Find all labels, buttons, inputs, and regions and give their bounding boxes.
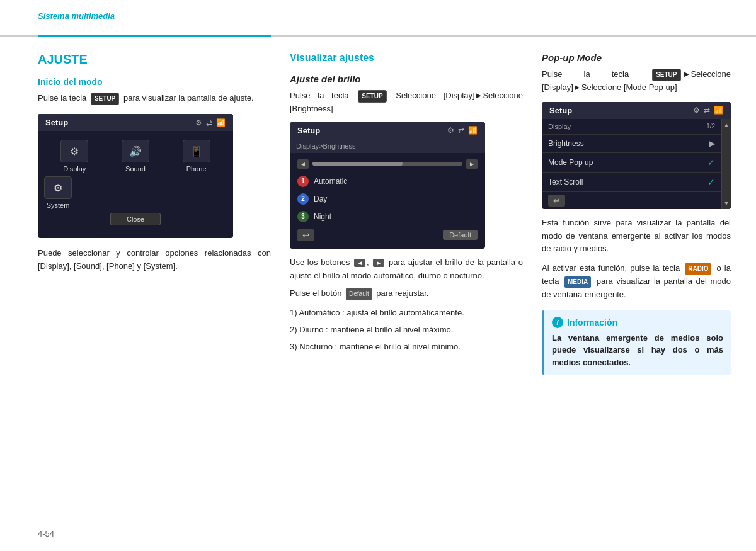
phone-icon: 📱: [183, 140, 210, 162]
system-label: System: [47, 202, 70, 209]
settings-icon: ⚙: [195, 118, 202, 127]
slider-left-arrow[interactable]: ◄: [297, 159, 309, 169]
brightness-slider[interactable]: [312, 162, 462, 166]
sound-icon: 🔊: [122, 140, 149, 162]
scroll-down-arrow[interactable]: ▼: [723, 200, 730, 207]
popup-screen: Setup ⚙ ⇄ 📶 Display 1/2 Brightness: [542, 102, 731, 209]
setup-key-3: SETUP: [652, 69, 680, 81]
popup-text-scroll-row[interactable]: Text Scroll ✓: [542, 173, 721, 192]
phone-label: Phone: [186, 165, 207, 173]
brightness-option-day: 2 Day: [295, 190, 480, 208]
display-icon: ⚙: [60, 140, 88, 162]
column-2: Visualizar ajustes Ajuste del brillo Pul…: [290, 52, 523, 375]
radio-key: RADIO: [685, 263, 711, 275]
setup-screen-title: Setup: [45, 118, 68, 127]
brightness-subheader: Display>Brightness: [290, 139, 485, 153]
popup-mode-popup-label: Mode Pop up: [548, 158, 702, 167]
inicio-del-modo-title: Inicio del modo: [38, 77, 271, 87]
display-label: Display: [63, 165, 86, 173]
settings-icon-3: ⚙: [693, 106, 700, 115]
signal-icon: 📶: [216, 118, 226, 127]
right-arrow-badge: ►: [373, 259, 384, 267]
option-label-automatic: Automatic: [314, 177, 347, 186]
popup-mode-title: Pop-up Mode: [542, 52, 731, 63]
signal-icon-2: 📶: [468, 126, 478, 135]
media-key: MEDIA: [564, 276, 591, 288]
info-box-text: La ventana emergente de medios solo pued…: [552, 332, 723, 369]
default-button[interactable]: Default: [443, 230, 478, 240]
info-box-title-row: i Información: [552, 317, 723, 328]
popup-brightness-arrow: ▶: [709, 139, 715, 148]
settings-icon-2: ⚙: [447, 126, 454, 135]
scroll-up-arrow[interactable]: ▲: [723, 122, 730, 128]
setup-item-sound: 🔊 Sound: [122, 140, 149, 173]
page-number: 4-54: [38, 529, 54, 538]
popup-brightness-row[interactable]: Brightness ▶: [542, 135, 721, 153]
popup-text-scroll-check: ✓: [707, 177, 715, 187]
col2-default-text: Pulse el botón Default para reajustar.: [290, 287, 523, 300]
left-arrow-badge: ◄: [354, 259, 365, 267]
list-item-1: 1) Automático : ajusta el brillo automát…: [290, 307, 523, 320]
setup-item-phone: 📱 Phone: [183, 140, 210, 173]
setup-screen-1: Setup ⚙ ⇄ 📶 ⚙ Display 🔊 Sound 📱: [38, 114, 233, 238]
brightness-header-icons: ⚙ ⇄ 📶: [447, 126, 478, 135]
col2-buttons-text: Use los botones ◄, ► para ajustar el bri…: [290, 256, 523, 283]
popup-mode-popup-row[interactable]: Mode Pop up ✓: [542, 153, 721, 173]
setup-key-2: SETUP: [358, 90, 386, 103]
col1-body-text: Puede seleccionar y controlar opciones r…: [38, 247, 271, 273]
page-section-title: Sistema multimedia: [38, 11, 115, 21]
popup-back-button[interactable]: ↩: [548, 195, 565, 207]
bluetooth-icon-2: ⇄: [458, 126, 464, 135]
back-button[interactable]: ↩: [297, 229, 314, 241]
default-key: Default: [346, 288, 372, 300]
col3-body1: Esta función sirve para visualizar la pa…: [542, 217, 731, 256]
setup-item-display: ⚙ Display: [60, 140, 88, 173]
setup-item-system: ⚙ System: [44, 176, 72, 209]
option-label-night: Night: [314, 212, 331, 221]
visualizar-ajustes-title: Visualizar ajustes: [290, 52, 523, 64]
option-num-3: 3: [297, 211, 309, 222]
popup-brightness-label: Brightness: [548, 139, 704, 148]
popup-header-icons: ⚙ ⇄ 📶: [693, 106, 723, 115]
option-num-1: 1: [297, 176, 309, 187]
signal-icon-3: 📶: [714, 106, 723, 115]
info-title-text: Información: [567, 317, 617, 327]
setup-key-1: SETUP: [91, 93, 119, 105]
option-num-2: 2: [297, 193, 309, 205]
column-1: AJUSTE Inicio del modo Pulse la tecla SE…: [38, 52, 271, 375]
col2-list: 1) Automático : ajusta el brillo automát…: [290, 307, 523, 353]
list-item-2: 2) Diurno : mantiene el brillo al nivel …: [290, 324, 523, 337]
popup-page-indicator: 1/2: [706, 123, 715, 130]
system-icon: ⚙: [44, 176, 72, 199]
inicio-del-modo-text: Pulse la tecla SETUP para visualizar la …: [38, 92, 271, 105]
popup-text-scroll-label: Text Scroll: [548, 178, 702, 186]
popup-mode-check: ✓: [707, 157, 715, 168]
setup-header-icons: ⚙ ⇄ 📶: [195, 118, 226, 127]
ajuste-del-brillo-title: Ajuste del brillo: [290, 74, 523, 84]
col3-body2: Al activar esta función, pulse la tecla …: [542, 262, 731, 301]
popup-scrollbar[interactable]: ▲ ▼: [721, 119, 731, 209]
slider-right-arrow[interactable]: ►: [466, 159, 478, 169]
list-item-3: 3) Nocturno : mantiene el brillo al nive…: [290, 341, 523, 354]
bluetooth-icon-3: ⇄: [704, 106, 710, 115]
column-3: Pop-up Mode Pulse la tecla SETUP►Selecci…: [542, 52, 731, 375]
brightness-option-automatic: 1 Automatic: [295, 173, 480, 190]
sound-label: Sound: [125, 165, 146, 173]
ajuste-title: AJUSTE: [38, 52, 271, 67]
close-button[interactable]: Close: [110, 213, 161, 225]
popup-screen-title: Setup: [549, 106, 572, 115]
info-icon: i: [552, 317, 563, 328]
popup-mode-text: Pulse la tecla SETUP►Seleccione [Display…: [542, 68, 731, 94]
brightness-screen: Setup ⚙ ⇄ 📶 Display>Brightness ◄ ►: [290, 122, 485, 249]
ajuste-brillo-text: Pulse la tecla SETUP Seleccione [Display…: [290, 89, 523, 116]
brightness-screen-title: Setup: [297, 126, 320, 135]
brightness-option-night: 3 Night: [295, 208, 480, 225]
info-box: i Información La ventana emergente de me…: [542, 310, 731, 375]
option-label-day: Day: [314, 195, 327, 203]
popup-display-label: Display: [548, 123, 706, 130]
bluetooth-icon: ⇄: [206, 118, 212, 127]
